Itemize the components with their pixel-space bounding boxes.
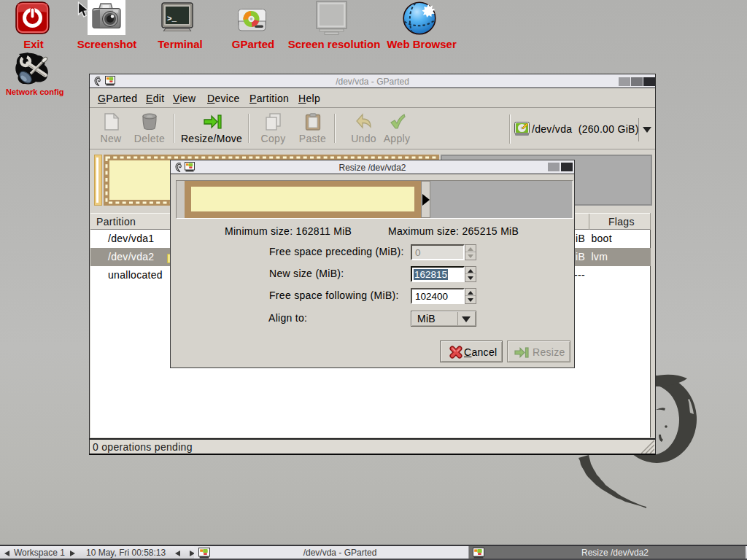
svg-text:>_: >_ xyxy=(167,15,177,23)
